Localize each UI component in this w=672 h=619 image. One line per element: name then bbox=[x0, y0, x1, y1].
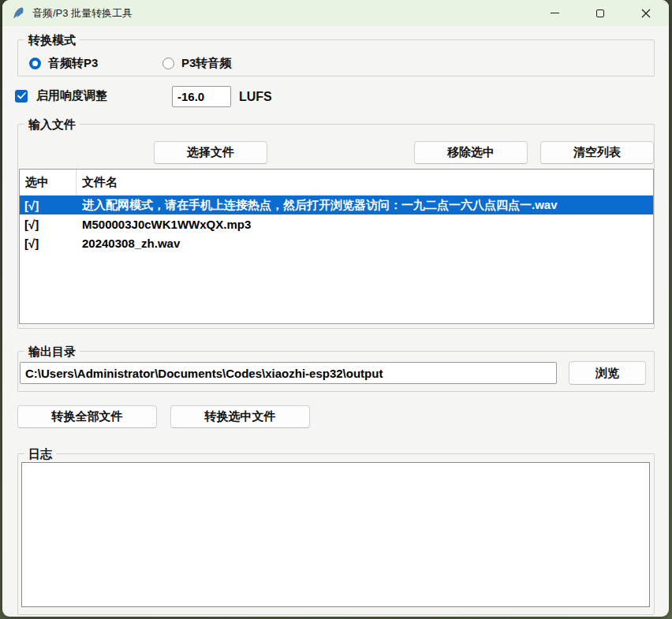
table-row[interactable]: [√]M500003J0cWK1WWxQX.mp3 bbox=[20, 214, 653, 233]
header-checked-column[interactable]: 选中 bbox=[20, 170, 77, 195]
loudness-checkbox-label: 启用响度调整 bbox=[36, 88, 107, 103]
minimize-icon bbox=[551, 13, 559, 13]
check-icon bbox=[17, 92, 26, 99]
loudness-entry-wrap bbox=[172, 86, 231, 107]
browse-button[interactable]: 浏览 bbox=[569, 361, 646, 385]
table-row[interactable]: [√]20240308_zh.wav bbox=[20, 233, 653, 252]
output-path-wrap bbox=[20, 362, 557, 384]
file-table-body: [√]进入配网模式，请在手机上连接热点，然后打开浏览器访问：一九二点一六八点四点… bbox=[20, 196, 653, 252]
loudness-checkbox[interactable] bbox=[15, 90, 28, 103]
mode-group-title: 转换模式 bbox=[24, 32, 80, 47]
log-groupbox: 日志 bbox=[17, 453, 655, 615]
output-dir-groupbox: 输出目录 浏览 bbox=[17, 351, 655, 392]
app-window: 音频/P3 批量转换工具 转换模式 音频转P3 P3转音频 bbox=[2, 0, 669, 617]
remove-selected-button[interactable]: 移除选中 bbox=[414, 141, 528, 164]
header-filename-column[interactable]: 文件名 bbox=[77, 170, 653, 195]
log-textarea[interactable] bbox=[21, 462, 650, 607]
row-checked-mark: [√] bbox=[20, 218, 77, 231]
convert-selected-button[interactable]: 转换选中文件 bbox=[170, 405, 310, 428]
titlebar: 音频/P3 批量转换工具 bbox=[2, 0, 669, 26]
radio-label: 音频转P3 bbox=[48, 56, 98, 71]
row-checked-mark: [√] bbox=[20, 199, 77, 212]
convert-all-button[interactable]: 转换全部文件 bbox=[17, 405, 157, 428]
radio-option-audio-to-p3[interactable]: 音频转P3 bbox=[29, 56, 98, 70]
maximize-icon bbox=[596, 9, 604, 17]
minimize-button[interactable] bbox=[532, 0, 577, 26]
maximize-button[interactable] bbox=[577, 0, 623, 26]
log-group-title: 日志 bbox=[24, 446, 56, 461]
row-filename: 20240308_zh.wav bbox=[77, 237, 653, 250]
loudness-value-input[interactable] bbox=[172, 86, 231, 107]
clear-list-button[interactable]: 清空列表 bbox=[540, 141, 654, 164]
output-group-title: 输出目录 bbox=[24, 344, 80, 359]
close-icon bbox=[641, 9, 651, 18]
select-files-button[interactable]: 选择文件 bbox=[154, 141, 267, 164]
radio-option-p3-to-audio[interactable]: P3转音频 bbox=[162, 56, 231, 70]
output-path-input[interactable] bbox=[20, 362, 557, 384]
window-title: 音频/P3 批量转换工具 bbox=[32, 6, 133, 21]
file-table-header: 选中 文件名 bbox=[20, 170, 653, 196]
file-table: 选中 文件名 [√]进入配网模式，请在手机上连接热点，然后打开浏览器访问：一九二… bbox=[19, 169, 654, 324]
mode-groupbox: 转换模式 音频转P3 P3转音频 bbox=[17, 39, 655, 76]
tk-feather-icon bbox=[12, 6, 25, 20]
main-content: 转换模式 音频转P3 P3转音频 启用响度调整 LUFS 输 bbox=[2, 26, 669, 617]
radio-icon bbox=[29, 58, 41, 69]
radio-icon bbox=[162, 58, 174, 69]
input-group-title: 输入文件 bbox=[24, 117, 80, 132]
input-files-groupbox: 输入文件 选择文件 移除选中 清空列表 选中 文件名 [√]进入配网模式，请在手… bbox=[17, 124, 655, 329]
row-filename: M500003J0cWK1WWxQX.mp3 bbox=[77, 218, 653, 231]
row-checked-mark: [√] bbox=[20, 237, 77, 250]
table-row[interactable]: [√]进入配网模式，请在手机上连接热点，然后打开浏览器访问：一九二点一六八点四点… bbox=[20, 196, 653, 214]
lufs-unit-label: LUFS bbox=[239, 90, 272, 104]
radio-label: P3转音频 bbox=[181, 56, 231, 71]
row-filename: 进入配网模式，请在手机上连接热点，然后打开浏览器访问：一九二点一六八点四点一.w… bbox=[77, 198, 653, 213]
loudness-row: 启用响度调整 bbox=[15, 88, 107, 103]
close-button[interactable] bbox=[623, 0, 669, 26]
